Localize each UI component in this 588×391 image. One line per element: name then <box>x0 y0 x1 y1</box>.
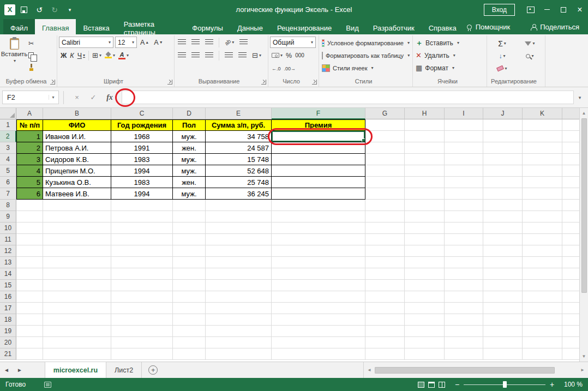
cell-D9[interactable] <box>173 211 206 222</box>
cell-F6[interactable] <box>272 177 365 188</box>
col-header-A[interactable]: A <box>16 108 43 119</box>
cell-K16[interactable] <box>523 291 562 303</box>
fill-color-button[interactable]: ▾ <box>103 50 117 61</box>
zoom-slider[interactable] <box>464 381 545 388</box>
select-all-button[interactable] <box>0 108 16 119</box>
cell-H7[interactable] <box>405 188 445 200</box>
cell-J18[interactable] <box>483 314 523 326</box>
cell-I16[interactable] <box>445 291 483 303</box>
cell-H3[interactable] <box>405 142 445 154</box>
align-center-button[interactable] <box>190 50 201 61</box>
cell-I11[interactable] <box>445 234 483 245</box>
cell-D17[interactable] <box>173 303 206 314</box>
cut-button[interactable]: ✂ <box>27 38 35 49</box>
cell-F20[interactable] <box>272 337 365 348</box>
cell-F9[interactable] <box>272 211 365 222</box>
cell-J10[interactable] <box>483 222 523 234</box>
macro-record-icon[interactable] <box>44 382 51 388</box>
cell-H4[interactable] <box>405 154 445 165</box>
cell-J2[interactable] <box>483 131 523 142</box>
cell-C3[interactable]: 1991 <box>111 142 173 154</box>
cell-A3[interactable]: 2 <box>16 142 43 154</box>
cell-K15[interactable] <box>523 280 562 291</box>
cell-E10[interactable] <box>206 222 272 234</box>
borders-button[interactable]: ⊞▾ <box>91 50 103 61</box>
cell-A8[interactable] <box>16 200 43 211</box>
formula-input[interactable] <box>122 91 574 104</box>
cell-D18[interactable] <box>173 314 206 326</box>
find-select-button[interactable]: ▾ <box>517 50 543 62</box>
cell-E9[interactable] <box>206 211 272 222</box>
cell-G18[interactable] <box>365 314 405 326</box>
cell-G3[interactable] <box>365 142 405 154</box>
align-middle-button[interactable] <box>190 37 201 48</box>
redo-button[interactable]: ↻ <box>48 4 61 16</box>
cell-B3[interactable]: Петрова А.И. <box>43 142 111 154</box>
underline-button[interactable]: Ч▾ <box>76 50 87 61</box>
cell-B7[interactable]: Матвеев И.В. <box>43 188 111 200</box>
cell-B8[interactable] <box>43 200 111 211</box>
excel-logo-icon[interactable]: X <box>4 4 15 15</box>
normal-view-button[interactable] <box>418 382 424 388</box>
cell-I10[interactable] <box>445 222 483 234</box>
cell-C6[interactable]: 1983 <box>111 177 173 188</box>
minimize-button[interactable] <box>539 2 555 17</box>
cell-H19[interactable] <box>405 326 445 337</box>
cell-K11[interactable] <box>523 234 562 245</box>
cell-E7[interactable]: 36 245 <box>206 188 272 200</box>
decrease-decimal-button[interactable]: .00→ <box>283 63 298 74</box>
cell-K4[interactable] <box>523 154 562 165</box>
cell-H15[interactable] <box>405 280 445 291</box>
horizontal-scroll-thumb[interactable] <box>375 367 555 374</box>
cell-I8[interactable] <box>445 200 483 211</box>
cell-G7[interactable] <box>365 188 405 200</box>
cancel-button[interactable]: × <box>70 91 83 104</box>
cell-C18[interactable] <box>111 314 173 326</box>
cell-E16[interactable] <box>206 291 272 303</box>
page-break-view-button[interactable] <box>439 382 445 388</box>
row-header-3[interactable]: 3 <box>0 142 16 154</box>
decrease-font-button[interactable]: А▼ <box>152 37 164 48</box>
formula-bar-expand-icon[interactable]: ▾ <box>574 91 586 104</box>
tab-insert[interactable]: Вставка <box>76 19 116 34</box>
cell-K8[interactable] <box>523 200 562 211</box>
cell-J19[interactable] <box>483 326 523 337</box>
insert-cells-button[interactable]: ＋ Вставить ▾ <box>415 37 485 49</box>
cell-I2[interactable] <box>445 131 483 142</box>
format-as-table-button[interactable]: Форматировать как таблицу ▾ <box>321 49 411 62</box>
cell-A11[interactable] <box>16 234 43 245</box>
cell-E20[interactable] <box>206 337 272 348</box>
cell-B9[interactable] <box>43 211 111 222</box>
cell-E14[interactable] <box>206 268 272 280</box>
row-header-7[interactable]: 7 <box>0 188 16 200</box>
cell-J1[interactable] <box>483 119 523 131</box>
cell-D2[interactable]: муж. <box>173 131 206 142</box>
cell-E8[interactable] <box>206 200 272 211</box>
cell-E2[interactable]: 34 758 <box>206 131 272 142</box>
undo-button[interactable]: ↺ <box>33 4 46 16</box>
cell-G16[interactable] <box>365 291 405 303</box>
sign-in-button[interactable]: Вход <box>484 4 515 16</box>
cell-K17[interactable] <box>523 303 562 314</box>
horizontal-scrollbar[interactable]: ◄ ► <box>363 362 588 378</box>
cell-F4[interactable] <box>272 154 365 165</box>
cell-B21[interactable] <box>43 348 111 360</box>
col-header-I[interactable]: I <box>445 108 483 119</box>
cell-D7[interactable]: муж. <box>173 188 206 200</box>
cell-E6[interactable]: 25 748 <box>206 177 272 188</box>
col-header-E[interactable]: E <box>206 108 272 119</box>
cell-K9[interactable] <box>523 211 562 222</box>
format-painter-button[interactable] <box>27 62 36 73</box>
cell-C5[interactable]: 1994 <box>111 165 173 177</box>
cell-K12[interactable] <box>523 245 562 257</box>
format-cells-button[interactable]: ▦ Формат ▾ <box>415 62 485 74</box>
cell-H17[interactable] <box>405 303 445 314</box>
row-header-8[interactable]: 8 <box>0 200 16 211</box>
cell-J3[interactable] <box>483 142 523 154</box>
cell-F7[interactable] <box>272 188 365 200</box>
cell-H20[interactable] <box>405 337 445 348</box>
cell-H2[interactable] <box>405 131 445 142</box>
cell-H8[interactable] <box>405 200 445 211</box>
cell-C10[interactable] <box>111 222 173 234</box>
cell-B19[interactable] <box>43 326 111 337</box>
